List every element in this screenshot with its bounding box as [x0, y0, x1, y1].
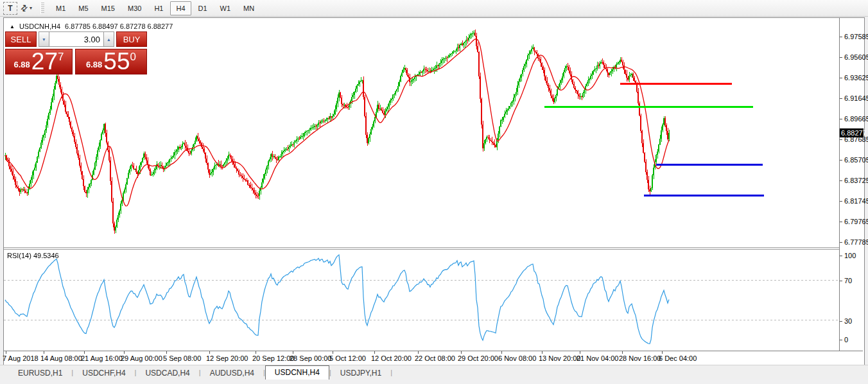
time-axis-label: 7 Aug 2018 [3, 354, 39, 362]
price-axis-tick [840, 201, 842, 202]
chart-tab-audusd[interactable]: AUDUSD,H4 [201, 367, 263, 380]
top-toolbar: T ⇄ ▾ M1M5M15M30H1H4D1W1MN [0, 0, 868, 17]
time-axis-tick [6, 351, 6, 354]
price-axis-tick [840, 37, 842, 37]
price-axis-tick [840, 98, 842, 99]
current-price-badge: 6.88277 [840, 128, 864, 137]
timeframe-button-h4[interactable]: H4 [170, 1, 191, 15]
chart-tab-usdchf[interactable]: USDCHF,H4 [73, 367, 134, 380]
price-axis-label: 6.93625 [844, 73, 868, 82]
time-axis-label: 12 Sep 20:00 [206, 354, 248, 362]
rsi-axis-tick [840, 256, 842, 256]
arrow-up-icon: ▲ [107, 37, 111, 42]
price-axis-label: 6.91645 [844, 94, 868, 103]
timeframe-button-h1[interactable]: H1 [148, 1, 169, 15]
timeframe-button-w1[interactable]: W1 [214, 1, 237, 15]
rsi-indicator-label: RSI(14) 49.5346 [7, 252, 59, 259]
time-axis-label: 28 Nov 16:00 [619, 354, 661, 362]
time-axis-tick [209, 351, 210, 354]
time-axis-tick [542, 351, 542, 354]
volume-decrease-button[interactable]: ▼ [39, 31, 49, 47]
price-axis-tick [840, 78, 842, 78]
chart-title: ▲ USDCNH,H4 6.87785 6.88497 6.87278 6.88… [10, 22, 173, 30]
arrows-tool-button[interactable]: ⇄ ▾ [20, 2, 33, 15]
buy-price-button[interactable]: 6.88 55 0 [75, 49, 147, 74]
price-axis-label: 6.97585 [844, 32, 868, 41]
price-axis-tick [840, 139, 842, 140]
sell-price-button[interactable]: 6.88 27 7 [5, 49, 73, 74]
price-axis-tick [840, 180, 842, 181]
price-axis-label: 6.81745 [844, 196, 868, 205]
time-axis-label: 22 Oct 08:00 [415, 354, 455, 362]
arrows-tool-icon: ⇄ [18, 2, 30, 13]
time-axis-tick [84, 351, 85, 354]
price-axis-label: 6.85705 [844, 155, 868, 164]
arrow-down-icon: ▼ [42, 37, 46, 42]
symbol-period-label: USDCNH,H4 [19, 22, 60, 30]
price-axis-label: 6.79765 [844, 217, 868, 226]
time-axis-tick [166, 351, 167, 354]
price-axis-label: 6.95605 [844, 53, 868, 62]
rsi-axis-label: 30 [844, 317, 852, 326]
price-axis-tick [840, 222, 842, 222]
sell-button[interactable]: SELL [5, 31, 37, 47]
timeframe-button-m5[interactable]: M5 [73, 1, 94, 15]
time-axis[interactable]: 7 Aug 201814 Aug 08:0021 Aug 16:0029 Aug… [4, 351, 863, 364]
sell-price-big: 27 [31, 51, 58, 72]
time-axis-tick [293, 351, 293, 354]
price-axis-tick [840, 242, 842, 243]
time-axis-label: 5 Sep 08:00 [163, 354, 201, 362]
timeframe-button-d1[interactable]: D1 [193, 1, 213, 15]
rsi-axis-label: 0 [844, 335, 848, 344]
time-axis-label: 20 Sep 12:00 [252, 354, 294, 362]
buy-button[interactable]: BUY [116, 31, 147, 47]
collapse-trade-panel-icon[interactable]: ▲ [10, 24, 15, 30]
panel-splitter[interactable] [4, 247, 839, 250]
chart-tab-eurusd[interactable]: EURUSD,H1 [9, 367, 71, 380]
timeframe-button-m15[interactable]: M15 [96, 1, 121, 15]
buy-price-sup: 0 [130, 51, 136, 62]
time-axis-tick [418, 351, 419, 354]
time-axis-label: 13 Nov 20:00 [539, 354, 580, 362]
text-label-tool-button[interactable]: T [3, 2, 17, 15]
ohlc-values: 6.87785 6.88497 6.87278 6.88277 [65, 22, 173, 30]
chevron-down-icon: ▾ [30, 5, 32, 11]
price-axis[interactable]: 6.88277 6.975856.956056.936256.916456.89… [839, 18, 864, 351]
volume-increase-button[interactable]: ▲ [103, 31, 114, 47]
one-click-trade-panel: SELL ▼ 3.00 ▲ BUY 6.88 2 [5, 31, 147, 74]
time-axis-tick [333, 351, 333, 354]
chart-tab-bar: EURUSD,H1|USDCHF,H4|USDCAD,H4|AUDUSD,H4|… [0, 365, 868, 380]
price-axis-tick [840, 160, 842, 161]
time-axis-tick [580, 351, 580, 354]
time-axis-label: 12 Oct 20:00 [371, 354, 412, 362]
rsi-axis-tick [840, 281, 842, 281]
time-axis-tick [622, 351, 623, 354]
time-axis-label: 14 Aug 08:00 [40, 354, 82, 362]
time-axis-tick [461, 351, 462, 354]
chart-tab-usdcad[interactable]: USDCAD,H4 [136, 367, 198, 380]
chart-tab-usdjpy[interactable]: USDJPY,H1 [331, 367, 390, 380]
time-axis-label: 28 Sep 00:00 [290, 354, 331, 362]
volume-stepper: ▼ 3.00 ▲ [39, 31, 114, 47]
timeframe-toolbar: M1M5M15M30H1H4D1W1MN [49, 1, 261, 15]
time-axis-label: 29 Aug 00:00 [121, 354, 162, 362]
sell-price-prefix: 6.88 [14, 60, 30, 69]
timeframe-button-m1[interactable]: M1 [50, 1, 71, 15]
toolbar-grip[interactable] [40, 3, 44, 14]
chart-tab-usdcnh[interactable]: USDCNH,H4 [265, 365, 329, 380]
time-axis-label: 21 Nov 04:00 [577, 354, 618, 362]
rsi-indicator-canvas[interactable] [4, 250, 839, 351]
rsi-axis-label: 70 [844, 276, 852, 285]
timeframe-button-m30[interactable]: M30 [122, 1, 147, 15]
time-axis-label: 5 Oct 12:00 [329, 354, 366, 362]
sell-price-sup: 7 [58, 51, 64, 62]
chart-window-content: ▲ USDCNH,H4 6.87785 6.88497 6.87278 6.88… [4, 18, 863, 363]
timeframe-button-mn[interactable]: MN [238, 1, 260, 15]
volume-input[interactable]: 3.00 [49, 31, 103, 47]
rsi-axis-tick [840, 321, 842, 322]
buy-price-prefix: 6.88 [86, 60, 102, 69]
time-axis-tick [124, 351, 125, 354]
time-axis-tick [44, 351, 44, 354]
text-tool-icon: T [8, 4, 12, 13]
price-axis-tick [840, 57, 842, 58]
